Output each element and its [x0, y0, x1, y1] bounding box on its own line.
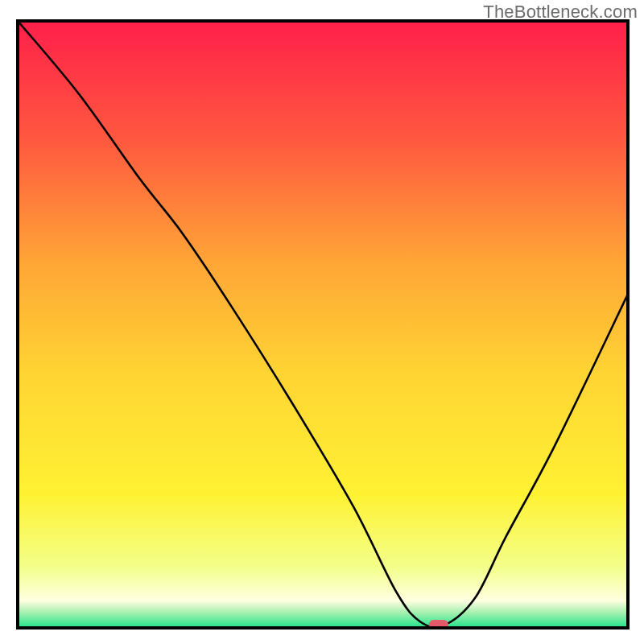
chart-container: TheBottleneck.com: [0, 0, 644, 644]
bottleneck-chart: [0, 0, 644, 644]
gradient-background: [18, 21, 628, 628]
